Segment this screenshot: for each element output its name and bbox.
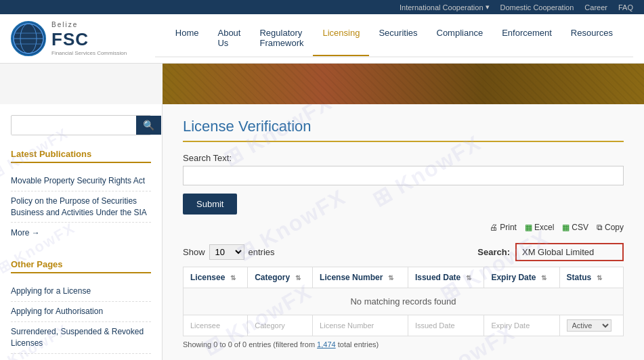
col-license-number: License Number ⇅ (313, 267, 408, 288)
logo-globe-icon (11, 21, 46, 56)
sidebar: 🔍 Latest Publications Movable Property S… (0, 104, 163, 360)
search-box-area: Search: XM Global Limited (477, 243, 624, 261)
nav-licensing[interactable]: Licensing (313, 20, 369, 56)
sidebar-surrendered[interactable]: Surrendered, Suspended & Revoked License… (11, 322, 151, 354)
search-value-box: XM Global Limited (515, 243, 624, 261)
copy-icon: ⧉ (597, 223, 603, 232)
sidebar-search-button[interactable]: 🔍 (136, 116, 161, 135)
col-licensee: Licensee ⇅ (184, 267, 248, 288)
nav-resources[interactable]: Resources (561, 20, 622, 56)
print-icon: 🖨 (490, 223, 498, 232)
print-label: Print (500, 223, 517, 232)
chevron-down-icon: ▾ (486, 3, 490, 12)
sort-icon-status: ⇅ (597, 274, 602, 282)
header: Belize FSC Financial Services Commission… (0, 14, 644, 64)
globe-svg (12, 22, 45, 55)
logo-area: Belize FSC Financial Services Commission (11, 21, 155, 57)
nav-securities[interactable]: Securities (369, 20, 427, 56)
other-pages-title: Other Pages (11, 259, 151, 273)
sidebar-more-link[interactable]: More → (11, 228, 40, 238)
nav-regulatory[interactable]: Regulatory Framework (250, 20, 313, 56)
search-text-input[interactable] (183, 166, 624, 185)
col-issued-date: Issued Date ⇅ (408, 267, 484, 288)
sort-icon-issued-date: ⇅ (466, 274, 471, 282)
no-records-row: No matching records found (184, 288, 624, 315)
sidebar-licensed-providers[interactable]: Licensed Service Providers (11, 354, 151, 360)
entries-label: entries (249, 247, 275, 257)
placeholder-expiry-date: Expiry Date (484, 315, 559, 336)
main-content: ⊞ KnowFX ⊞ KnowFX ⊞ KnowFX ⊞ KnowFX ⊞ Kn… (163, 104, 644, 360)
excel-button[interactable]: ▦ Excel (525, 223, 554, 232)
sidebar-pub-1[interactable]: Movable Property Security Rights Act (11, 171, 151, 192)
table-row: Licensee Category License Number Issued … (184, 315, 624, 336)
csv-label: CSV (572, 223, 588, 232)
latest-publications-title: Latest Publications (11, 149, 151, 163)
other-pages-section: Other Pages Applying for a License Apply… (11, 259, 151, 360)
sort-icon-license-number: ⇅ (388, 274, 393, 282)
sidebar-applying-auth[interactable]: Applying for Authorisation (11, 302, 151, 322)
domestic-coop-link[interactable]: Domestic Cooperation (500, 3, 574, 12)
nav-compliance[interactable]: Compliance (427, 20, 493, 56)
excel-label: Excel (534, 223, 554, 232)
search-text-label: Search Text: (183, 153, 624, 163)
footer-text-1: Showing 0 to 0 of 0 entries (filtered fr… (183, 340, 315, 348)
footer-text-2: total entries) (338, 340, 379, 348)
sort-icon-licensee: ⇅ (230, 274, 236, 282)
nav-home[interactable]: Home (166, 20, 209, 56)
page-title: License Verification (183, 118, 624, 142)
copy-button[interactable]: ⧉ Copy (597, 223, 624, 232)
footer-total-link[interactable]: 1,474 (317, 340, 336, 348)
sort-icon-category: ⇅ (295, 274, 301, 282)
intl-coop-label: International Cooperation (400, 3, 484, 12)
license-table: Licensee ⇅ Category ⇅ License Number ⇅ I… (183, 267, 624, 336)
sidebar-search-input[interactable] (12, 116, 136, 135)
sidebar-search-box[interactable]: 🔍 (11, 115, 151, 135)
sidebar-applying-license[interactable]: Applying for a License (11, 282, 151, 302)
nav-about[interactable]: About Us (208, 20, 250, 56)
print-button[interactable]: 🖨 Print (490, 223, 517, 232)
entries-select[interactable]: 10 25 50 100 (209, 244, 244, 260)
logo-fsc: FSC (51, 29, 127, 50)
csv-button[interactable]: ▦ CSV (562, 223, 588, 232)
intl-coop-link[interactable]: International Cooperation ▾ (400, 3, 490, 12)
copy-label: Copy (605, 223, 624, 232)
sort-icon-expiry-date: ⇅ (541, 274, 546, 282)
col-status: Status ⇅ (559, 267, 623, 288)
placeholder-category: Category (248, 315, 313, 336)
table-controls: Show 10 25 50 100 entries Search: XM Glo… (183, 243, 624, 261)
export-row: 🖨 Print ▦ Excel ▦ CSV ⧉ Copy (183, 223, 624, 232)
logo-sub: Financial Services Commission (51, 50, 127, 57)
submit-button[interactable]: Submit (183, 194, 237, 215)
sidebar-pub-2[interactable]: Policy on the Purpose of Securities Busi… (11, 192, 151, 223)
hero-banner (163, 64, 644, 104)
search-icon: 🔍 (143, 120, 154, 131)
table-footer: Showing 0 to 0 of 0 entries (filtered fr… (183, 340, 624, 348)
csv-icon: ▦ (562, 223, 570, 232)
top-bar: International Cooperation ▾ Domestic Coo… (0, 0, 644, 14)
nav-enforcement[interactable]: Enforcement (492, 20, 561, 56)
table-header-row: Licensee ⇅ Category ⇅ License Number ⇅ I… (184, 267, 624, 288)
placeholder-status: Active Inactive (559, 315, 623, 336)
faq-link[interactable]: FAQ (618, 3, 633, 12)
col-expiry-date: Expiry Date ⇅ (484, 267, 559, 288)
placeholder-issued-date: Issued Date (408, 315, 484, 336)
career-link[interactable]: Career (584, 3, 607, 12)
no-records-cell: No matching records found (184, 288, 624, 315)
excel-icon: ▦ (525, 223, 532, 232)
logo-belize: Belize (51, 21, 127, 29)
main-nav: Home About Us Regulatory Framework Licen… (155, 20, 633, 58)
col-category: Category ⇅ (248, 267, 313, 288)
search-inline-label: Search: (477, 247, 510, 257)
status-select[interactable]: Active Inactive (567, 319, 611, 332)
placeholder-licensee: Licensee (184, 315, 248, 336)
show-label: Show (183, 247, 205, 257)
page-layout: 🔍 Latest Publications Movable Property S… (0, 104, 644, 360)
logo-text: Belize FSC Financial Services Commission (51, 21, 127, 57)
show-entries: Show 10 25 50 100 entries (183, 244, 275, 260)
placeholder-license-number: License Number (313, 315, 408, 336)
